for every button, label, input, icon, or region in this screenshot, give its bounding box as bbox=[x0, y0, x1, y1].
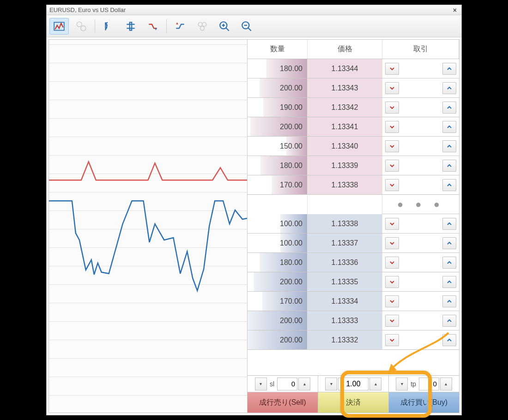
ask-row: 200.00 1.13341 bbox=[248, 117, 459, 137]
separator bbox=[95, 19, 95, 33]
svg-point-2 bbox=[81, 25, 86, 30]
tp-input[interactable] bbox=[419, 378, 439, 390]
buy-at-price[interactable] bbox=[442, 334, 456, 346]
cycle-icon[interactable] bbox=[99, 18, 118, 35]
steppers: ▾ sl ▴ ▾ ▴ ▾ tp ▴ bbox=[248, 376, 459, 392]
ask-row: 200.00 1.13343 bbox=[248, 78, 459, 98]
sell-at-price[interactable] bbox=[385, 276, 399, 288]
step-down-icon[interactable] bbox=[143, 18, 163, 35]
zoom-out-icon[interactable] bbox=[237, 18, 256, 35]
sell-at-price[interactable] bbox=[385, 121, 399, 133]
sell-at-price[interactable] bbox=[385, 334, 399, 346]
qty-dec[interactable]: ▾ bbox=[325, 378, 337, 390]
buy-at-price[interactable] bbox=[442, 102, 456, 114]
sell-at-price[interactable] bbox=[385, 257, 399, 269]
tp-dec[interactable]: ▾ bbox=[396, 378, 408, 390]
sl-input[interactable] bbox=[277, 378, 297, 390]
qty-input[interactable] bbox=[338, 378, 369, 390]
sell-at-price[interactable] bbox=[385, 102, 399, 114]
svg-line-14 bbox=[248, 28, 251, 31]
buy-at-price[interactable] bbox=[442, 82, 456, 94]
qty-cell: 180.00 bbox=[248, 253, 308, 272]
chart-pane[interactable] bbox=[49, 40, 248, 413]
qty-cell: 100.00 bbox=[248, 214, 308, 233]
qty-cell: 200.00 bbox=[248, 117, 308, 136]
svg-point-8 bbox=[200, 26, 205, 30]
buy-at-price[interactable] bbox=[442, 237, 456, 249]
buy-at-price[interactable] bbox=[442, 276, 456, 288]
bid-row: 200.00 1.13335 bbox=[248, 272, 459, 292]
ask-rows: 180.00 1.13344 200.00 1.13343 190.00 bbox=[248, 59, 459, 195]
buy-at-price[interactable] bbox=[442, 179, 456, 191]
sell-at-price[interactable] bbox=[385, 237, 399, 249]
price-cell: 1.13342 bbox=[308, 98, 382, 117]
chart-lines bbox=[49, 40, 247, 413]
price-cell: 1.13335 bbox=[308, 272, 382, 291]
price-cell: 1.13338 bbox=[308, 175, 382, 194]
price-cell: 1.13336 bbox=[308, 253, 382, 272]
qty-cell: 100.00 bbox=[248, 234, 308, 252]
sl-dec[interactable]: ▾ bbox=[255, 378, 267, 390]
buy-at-price[interactable] bbox=[442, 140, 456, 152]
close-icon[interactable]: × bbox=[451, 6, 459, 14]
svg-line-10 bbox=[226, 28, 229, 31]
zoom-in-icon[interactable] bbox=[215, 18, 234, 35]
price-cell: 1.13332 bbox=[308, 330, 382, 349]
candles-icon[interactable] bbox=[49, 18, 69, 35]
header-trade: 取引 bbox=[382, 40, 459, 59]
buy-at-price[interactable] bbox=[442, 257, 456, 269]
titlebar: EURUSD, Euro vs US Dollar × bbox=[47, 5, 461, 15]
price-cell: 1.13338 bbox=[308, 214, 382, 233]
trade-cell bbox=[382, 214, 459, 233]
price-cell: 1.13343 bbox=[308, 78, 382, 97]
separator bbox=[166, 19, 167, 33]
dom-spacer bbox=[248, 350, 459, 376]
buy-button[interactable]: 成行買い(Buy) bbox=[389, 392, 459, 413]
sell-button[interactable]: 成行売り(Sell) bbox=[248, 392, 318, 413]
buttons-row: 成行売り(Sell) 決済 成行買い(Buy) bbox=[248, 392, 459, 413]
qty-cell: 200.00 bbox=[248, 311, 308, 330]
buy-at-price[interactable] bbox=[442, 121, 456, 133]
price-cell: 1.13344 bbox=[308, 59, 382, 78]
trade-cell bbox=[382, 330, 459, 349]
qty-inc[interactable]: ▴ bbox=[369, 378, 381, 390]
trade-cell bbox=[382, 117, 459, 136]
buy-at-price[interactable] bbox=[442, 218, 456, 230]
buy-at-price[interactable] bbox=[442, 315, 456, 327]
trade-cell bbox=[382, 137, 459, 156]
qty-cell: 150.00 bbox=[248, 137, 308, 156]
header-qty: 数量 bbox=[248, 40, 308, 59]
time-icon[interactable] bbox=[72, 18, 91, 35]
sell-at-price[interactable] bbox=[385, 63, 399, 75]
levels-icon[interactable] bbox=[193, 18, 212, 35]
tp-inc[interactable]: ▴ bbox=[440, 378, 452, 390]
bid-row: 170.00 1.13334 bbox=[248, 292, 459, 311]
ask-row: 190.00 1.13342 bbox=[248, 98, 459, 117]
buy-at-price[interactable] bbox=[442, 63, 456, 75]
qty-cell: 190.00 bbox=[248, 98, 308, 117]
trade-cell bbox=[382, 292, 459, 311]
price-cell: 1.13341 bbox=[308, 117, 382, 136]
trade-cell bbox=[382, 311, 459, 330]
sell-at-price[interactable] bbox=[385, 315, 399, 327]
step-up-icon[interactable] bbox=[170, 18, 190, 35]
bid-row: 100.00 1.13337 bbox=[248, 234, 459, 253]
group-icon[interactable] bbox=[121, 18, 140, 35]
buy-at-price[interactable] bbox=[442, 295, 456, 307]
sell-at-price[interactable] bbox=[385, 179, 399, 191]
trade-cell bbox=[382, 234, 459, 252]
sell-at-price[interactable] bbox=[385, 218, 399, 230]
buy-at-price[interactable] bbox=[442, 160, 456, 172]
close-button[interactable]: 決済 bbox=[318, 392, 389, 413]
trade-cell bbox=[382, 98, 459, 117]
sell-at-price[interactable] bbox=[385, 82, 399, 94]
sell-at-price[interactable] bbox=[385, 140, 399, 152]
sell-at-price[interactable] bbox=[385, 160, 399, 172]
trade-cell bbox=[382, 78, 459, 97]
sell-at-price[interactable] bbox=[385, 295, 399, 307]
qty-cell: 180.00 bbox=[248, 59, 308, 78]
trade-cell bbox=[382, 253, 459, 272]
header-price: 価格 bbox=[308, 40, 382, 59]
sl-inc[interactable]: ▴ bbox=[298, 378, 310, 390]
price-cell: 1.13339 bbox=[308, 156, 382, 175]
